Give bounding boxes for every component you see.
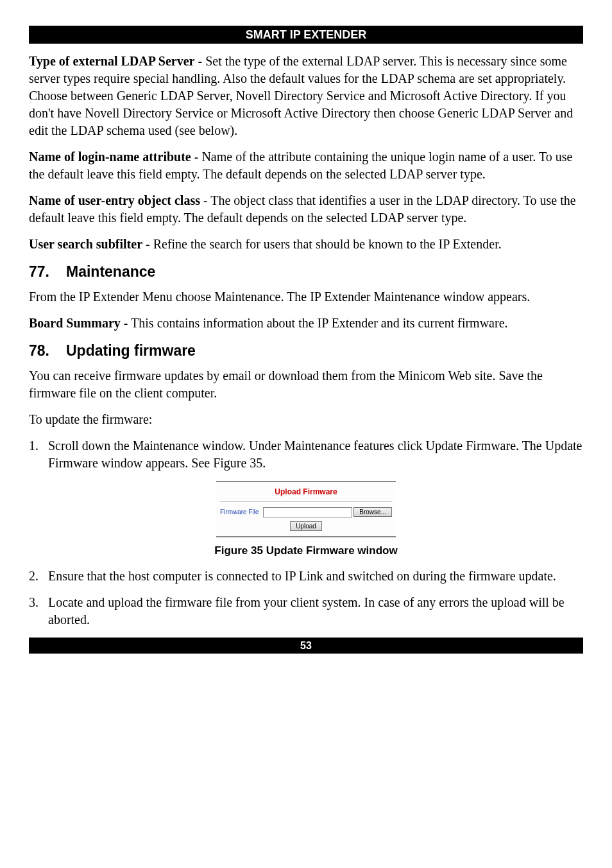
upload-button[interactable]: Upload <box>290 521 322 531</box>
page-header: SMART IP EXTENDER <box>29 26 583 44</box>
section-77-heading: 77.Maintenance <box>29 262 583 282</box>
body-text: - This contains information about the IP… <box>121 316 508 330</box>
section-78-heading: 78.Updating firmware <box>29 341 583 361</box>
bold-label: User search subfilter <box>29 237 142 251</box>
body-text: - Refine the search for users that shoul… <box>142 237 502 251</box>
upload-dialog-title: Upload Firmware <box>220 485 392 501</box>
bold-label: Name of user-entry object class <box>29 193 200 207</box>
section-title: Maintenance <box>66 263 155 280</box>
section-number: 77. <box>29 262 66 282</box>
bold-label: Name of login-name attribute <box>29 150 191 164</box>
paragraph-ldap-type: Type of external LDAP Server - Set the t… <box>29 53 583 139</box>
bold-label: Type of external LDAP Server <box>29 54 194 68</box>
steps-list: Scroll down the Maintenance window. Unde… <box>29 437 583 472</box>
paragraph-login-name-attr: Name of login-name attribute - Name of t… <box>29 148 583 183</box>
steps-list-cont: Ensure that the host computer is connect… <box>29 568 583 629</box>
bold-label: Board Summary <box>29 316 121 330</box>
file-input-row: Firmware File Browse... <box>220 507 392 517</box>
paragraph-firmware-intro: You can receive firmware updates by emai… <box>29 367 583 402</box>
firmware-file-label: Firmware File <box>220 508 259 517</box>
page-footer: 53 <box>29 638 583 654</box>
firmware-file-input[interactable] <box>263 507 353 517</box>
paragraph-maintenance-intro: From the IP Extender Menu choose Mainten… <box>29 288 583 306</box>
paragraph-user-entry-class: Name of user-entry object class - The ob… <box>29 192 583 227</box>
paragraph-to-update: To update the firmware: <box>29 411 583 428</box>
paragraph-board-summary: Board Summary - This contains informatio… <box>29 315 583 332</box>
browse-button[interactable]: Browse... <box>353 507 392 517</box>
figure-35-caption: Figure 35 Update Firmware window <box>29 544 583 559</box>
paragraph-search-subfilter: User search subfilter - Refine the searc… <box>29 236 583 253</box>
figure-35: Upload Firmware Firmware File Browse... … <box>29 481 583 537</box>
step-2: Ensure that the host computer is connect… <box>29 568 583 585</box>
section-title: Updating firmware <box>66 342 196 359</box>
step-1: Scroll down the Maintenance window. Unde… <box>29 437 583 472</box>
step-3: Locate and upload the firmware file from… <box>29 594 583 629</box>
upload-firmware-dialog: Upload Firmware Firmware File Browse... … <box>216 481 396 537</box>
section-number: 78. <box>29 341 66 361</box>
